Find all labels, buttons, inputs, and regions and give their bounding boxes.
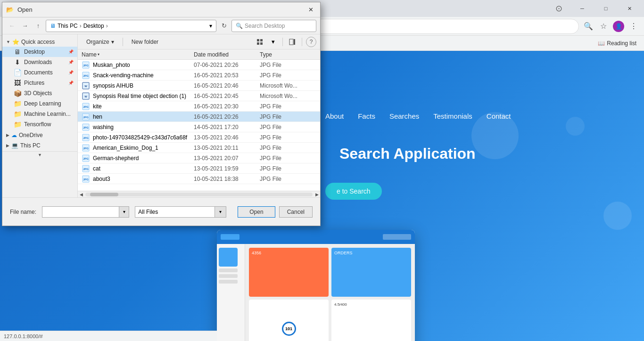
scroll-right-button[interactable]: ▶ (314, 191, 320, 198)
sidebar-item-desktop-label: Desktop (24, 49, 45, 55)
svg-rect-1 (260, 39, 263, 41)
path-home-icon: 🖥 (50, 23, 56, 29)
filename-input[interactable] (42, 206, 119, 218)
file-type-snack: JPG File (260, 72, 316, 79)
cancel-button[interactable]: Cancel (279, 206, 313, 218)
file-date-shepherd: 13-05-2021 20:07 (194, 155, 260, 162)
column-name[interactable]: Name ▾ (82, 51, 194, 58)
file-icon-washing: JPG (82, 123, 90, 131)
preview-pane-button[interactable] (287, 36, 298, 48)
dialog-up-button[interactable]: ↑ (33, 20, 44, 32)
column-name-sort: ▾ (98, 52, 99, 57)
file-row-washing[interactable]: JPG washing 14-05-2021 17:20 JPG File (78, 122, 320, 132)
nav-facts[interactable]: Facts (358, 112, 375, 120)
sidebar-item-3d-objects[interactable]: 📦 3D Objects (2, 88, 77, 98)
file-date-muskan: 07-06-2021 20:26 (194, 62, 260, 68)
file-row-about3[interactable]: JPG about3 10-05-2021 18:38 JPG File (78, 174, 320, 184)
reading-list-label: Reading list (607, 40, 636, 47)
new-folder-button[interactable]: New folder (127, 37, 163, 47)
file-date-snack: 16-05-2021 20:53 (194, 72, 260, 79)
minimize-button[interactable]: ─ (571, 2, 593, 15)
reading-list-button[interactable]: 📖 Reading list (594, 38, 640, 49)
this-pc-header[interactable]: ▶ 💻 This PC (2, 141, 77, 150)
3d-objects-icon: 📦 (14, 89, 21, 97)
svg-text:JPG: JPG (83, 126, 89, 129)
column-date-label: Date modified (194, 51, 229, 58)
dialog-forward-button[interactable]: → (19, 20, 31, 32)
file-name-hen: hen (93, 114, 194, 120)
help-button[interactable]: ? (306, 37, 316, 47)
profile-avatar[interactable]: 👤 (613, 21, 624, 32)
filename-dropdown-button[interactable]: ▾ (119, 206, 129, 218)
this-pc-chevron: ▶ (6, 143, 9, 148)
svg-text:W: W (84, 95, 87, 98)
file-row-snack[interactable]: JPG Snack-vending-machine 16-05-2021 20:… (78, 70, 320, 81)
sidebar-item-documents[interactable]: 📄 Documents 📌 (2, 67, 77, 78)
file-row-kite[interactable]: JPG kite 16-05-2021 20:30 JPG File (78, 101, 320, 112)
sidebar-item-downloads[interactable]: ⬇ Downloads 📌 (2, 57, 77, 67)
file-date-washing: 14-05-2021 17:20 (194, 124, 260, 130)
file-row-hen[interactable]: JPG hen 16-05-2021 20:26 JPG File (78, 112, 320, 122)
file-row-photo[interactable]: JPG photo-1497034825429-c343d7c6a68f 13-… (78, 132, 320, 143)
dialog-refresh-button[interactable]: ↻ (218, 20, 230, 32)
nav-testimonials[interactable]: Testimonials (433, 112, 472, 120)
pictures-icon: 🖼 (14, 79, 21, 87)
file-icon-about3: JPG (82, 175, 90, 183)
nav-about[interactable]: About (325, 112, 344, 120)
file-row-cat[interactable]: JPG cat 13-05-2021 19:59 JPG File (78, 163, 320, 174)
sidebar-item-desktop[interactable]: 🖥 Desktop 📌 (2, 47, 77, 57)
dialog-search-box[interactable]: 🔍 Search Desktop (231, 20, 316, 32)
sidebar-section-quick-access: ▼ ⭐ Quick access 🖥 Desktop 📌 ⬇ Downloads… (2, 37, 77, 130)
sidebar-scroll-down[interactable]: ▼ (2, 151, 77, 158)
file-row-shepherd[interactable]: JPG German-shepherd 13-05-2021 20:07 JPG… (78, 153, 320, 163)
dialog-back-button[interactable]: ← (6, 20, 17, 32)
column-name-label: Name (82, 51, 97, 58)
search-button[interactable]: 🔍 (582, 20, 595, 33)
filetype-dropdown-button[interactable]: ▾ (215, 206, 226, 218)
maximize-button[interactable]: □ (595, 2, 617, 15)
file-date-cat: 13-05-2021 19:59 (194, 165, 260, 172)
tensorflow-icon: 📁 (14, 121, 21, 128)
quick-access-header[interactable]: ▼ ⭐ Quick access (2, 37, 77, 47)
onedrive-header[interactable]: ▶ ☁ OneDrive (2, 130, 77, 140)
bookmark-button[interactable]: ☆ (597, 20, 610, 33)
svg-rect-3 (260, 42, 263, 45)
sidebar-item-pictures[interactable]: 🖼 Pictures 📌 (2, 78, 77, 88)
scroll-thumb[interactable] (90, 193, 118, 196)
horizontal-scrollbar[interactable]: ◀ ▶ (78, 191, 320, 197)
pin-icon-downloads: 📌 (68, 60, 74, 65)
sidebar-item-deep-learning[interactable]: 📁 Deep Learning (2, 98, 77, 109)
file-date-about3: 10-05-2021 18:38 (194, 176, 260, 182)
file-row-muskan[interactable]: JPG Muskan_photo 07-06-2021 20:26 JPG Fi… (78, 60, 320, 70)
dialog-path-bar[interactable]: 🖥 This PC › Desktop › ▾ (46, 20, 216, 32)
nav-searches[interactable]: Searches (389, 112, 419, 120)
column-type[interactable]: Type (260, 51, 316, 58)
dialog-close-button[interactable]: ✕ (305, 4, 316, 16)
file-icon-hen: JPG (82, 113, 90, 121)
view-options-button[interactable] (254, 36, 265, 48)
file-row-synopsis-aihub[interactable]: W synopsis AIHUB 16-05-2021 20:46 Micros… (78, 81, 320, 91)
sidebar-item-tensorflow[interactable]: 📁 Tensorflow (2, 119, 77, 130)
view-dropdown-button[interactable]: ▾ (267, 36, 279, 48)
open-button[interactable]: Open (238, 206, 275, 218)
toolbar-right: ▾ ? (254, 36, 316, 48)
file-name-eskimo: American_Eskimo_Dog_1 (93, 145, 194, 151)
scroll-left-button[interactable]: ◀ (78, 191, 84, 198)
svg-text:W: W (84, 85, 87, 88)
cta-button[interactable]: e to Search (325, 183, 382, 200)
sidebar-item-machine-learning[interactable]: 📁 Machine Learnin... (2, 109, 77, 119)
organize-button[interactable]: Organize ▾ (82, 37, 119, 47)
menu-button[interactable]: ⋮ (627, 20, 640, 33)
profile-button[interactable]: ⊙ (548, 2, 570, 15)
nav-contact[interactable]: Contact (487, 112, 511, 120)
file-icon-cat: JPG (82, 164, 90, 173)
svg-text:JPG: JPG (83, 64, 89, 67)
dialog-buttons: Open Cancel (238, 206, 313, 218)
file-row-eskimo[interactable]: JPG American_Eskimo_Dog_1 13-05-2021 20:… (78, 143, 320, 153)
close-button[interactable]: ✕ (619, 2, 640, 15)
deep-learning-icon: 📁 (14, 100, 21, 107)
file-row-synopsis-real[interactable]: W Synopsis Real time object dection (1) … (78, 91, 320, 101)
column-date[interactable]: Date modified (194, 51, 260, 58)
dialog-title-text: Open (17, 6, 33, 13)
file-name-snack: Snack-vending-machine (93, 72, 194, 79)
